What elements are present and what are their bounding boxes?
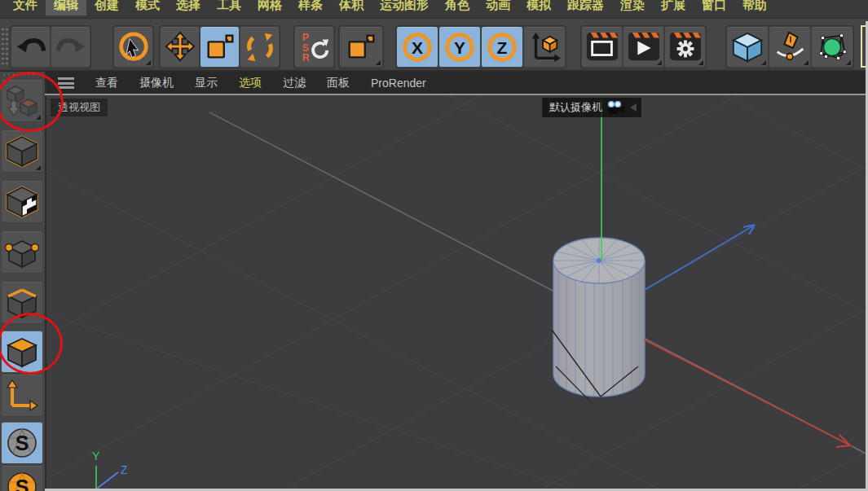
svg-text:X: X: [412, 38, 423, 57]
psr-group: P S R: [293, 25, 335, 69]
solo-off-icon: S: [4, 425, 40, 461]
menu-edit[interactable]: 编辑: [46, 0, 86, 15]
live-selection-button[interactable]: [114, 27, 152, 68]
undo-button[interactable]: [11, 27, 50, 68]
scale-flyout-icon: [344, 30, 378, 64]
redo-button[interactable]: [51, 27, 90, 68]
render-view-button[interactable]: [582, 27, 622, 68]
grid-lines: [46, 95, 866, 489]
make-editable-icon: [4, 83, 40, 119]
menu-bar: 文件编辑创建模式选择工具网格样条体积运动图形角色动画模拟跟踪器渲染扩展窗口帮助: [0, 0, 868, 18]
edges-mode-button[interactable]: [2, 282, 42, 324]
scale-flyout-button[interactable]: [340, 27, 382, 68]
enable-axis-mode-button[interactable]: [2, 375, 42, 417]
lock-z-axis-button[interactable]: Z: [482, 27, 522, 68]
menu-tracker[interactable]: 跟踪器: [559, 0, 612, 15]
object-z-axis[interactable]: [645, 225, 755, 290]
flyout-corner: [376, 60, 381, 65]
cube-icon: [730, 30, 764, 64]
redo-icon: [55, 31, 87, 64]
rotate-icon: [243, 30, 277, 64]
flyout-corner: [761, 60, 766, 65]
z-axis-icon: Z: [485, 30, 519, 64]
viewport-menu-查看[interactable]: 查看: [95, 76, 118, 90]
menu-window[interactable]: 窗口: [694, 0, 734, 15]
lock-y-axis-button[interactable]: Y: [439, 27, 480, 68]
scale-button[interactable]: [200, 27, 239, 68]
menu-render[interactable]: 渲染: [612, 0, 653, 15]
viewport-scene: Y Z: [46, 95, 866, 489]
edit-render-settings-button[interactable]: [665, 27, 705, 68]
flyout-corner: [36, 165, 41, 170]
move-button[interactable]: [161, 27, 199, 68]
toolbar-grip[interactable]: [1, 27, 9, 66]
rotate-button[interactable]: [240, 27, 279, 68]
flyout-corner: [698, 60, 703, 65]
world-x-axis-line: [853, 447, 866, 454]
menu-help[interactable]: 帮助: [734, 0, 775, 15]
undo-redo-group: [10, 25, 91, 69]
cinema4d-window: 文件编辑创建模式选择工具网格样条体积运动图形角色动画模拟跟踪器渲染扩展窗口帮助: [0, 0, 868, 491]
undo-icon: [15, 31, 47, 64]
coordinate-system-button[interactable]: [524, 27, 565, 68]
model-mode-button[interactable]: [2, 130, 42, 173]
menu-spline[interactable]: 样条: [290, 0, 331, 15]
menu-mesh[interactable]: 网格: [249, 0, 290, 15]
menu-volume[interactable]: 体积: [331, 0, 372, 15]
menu-simulate[interactable]: 模拟: [518, 0, 559, 15]
svg-text:R: R: [302, 52, 309, 64]
viewport-menu-选项[interactable]: 选项: [239, 76, 262, 90]
viewport-menu-bar: 查看摄像机显示选项过滤面板ProRender: [46, 72, 868, 94]
subdivision-surface-icon: [815, 30, 849, 64]
menu-file[interactable]: 文件: [5, 0, 46, 15]
create-object-group: [725, 25, 854, 69]
viewport-menu-摄像机[interactable]: 摄像机: [139, 76, 174, 90]
flyout-corner: [657, 60, 662, 65]
menu-mograph[interactable]: 运动图形: [372, 0, 437, 15]
texture-mode-button[interactable]: [2, 181, 42, 223]
last-tool-psr-button[interactable]: P S R: [295, 27, 333, 68]
flyout-corner: [36, 115, 41, 120]
gizmo-y-label: Y: [92, 449, 100, 463]
menu-animate[interactable]: 动画: [478, 0, 518, 15]
menu-character[interactable]: 角色: [437, 0, 478, 15]
render-view-icon: [585, 31, 619, 64]
solo-single-icon: S: [4, 469, 40, 491]
spline-pen-button[interactable]: [769, 27, 810, 68]
menu-mode[interactable]: 模式: [127, 0, 168, 15]
polygons-mode-button[interactable]: [2, 331, 42, 373]
y-axis-icon: Y: [443, 30, 477, 64]
polygons-mode-icon: [4, 334, 40, 370]
viewport-menu-icon[interactable]: [58, 77, 74, 89]
menu-select[interactable]: 选择: [168, 0, 209, 15]
subdivision-surface-button[interactable]: [812, 27, 853, 68]
points-mode-button[interactable]: [2, 231, 42, 274]
texture-mode-icon: [4, 184, 40, 220]
viewport-menu-显示[interactable]: 显示: [195, 76, 218, 90]
object-x-axis[interactable]: [644, 340, 850, 447]
coordinate-system-icon: [527, 30, 562, 64]
primitive-cube-button[interactable]: [727, 27, 768, 68]
scale-icon: [203, 30, 237, 64]
move-icon: [163, 30, 197, 64]
sidebar-grip[interactable]: [2, 72, 42, 78]
viewport-3d[interactable]: Y Z 透视视图 默认摄像机: [46, 95, 866, 489]
edges-mode-icon: [4, 285, 40, 321]
viewport-solo-single-button[interactable]: S: [2, 466, 42, 491]
menu-tools[interactable]: 工具: [209, 0, 249, 15]
viewport-menu-面板[interactable]: 面板: [327, 76, 350, 90]
menu-extensions[interactable]: 扩展: [653, 0, 694, 15]
live-selection-icon: [117, 30, 151, 64]
render-to-picture-viewer-button[interactable]: [623, 27, 663, 68]
viewport-menu-ProRender[interactable]: ProRender: [371, 77, 426, 90]
camera-flyout-icon: [630, 103, 637, 112]
viewport-menu-过滤[interactable]: 过滤: [283, 76, 306, 90]
flyout-corner: [846, 60, 851, 65]
camera-label[interactable]: 默认摄像机: [542, 98, 641, 117]
make-editable-button[interactable]: [2, 80, 42, 122]
menu-create[interactable]: 创建: [86, 0, 127, 15]
svg-text:Z: Z: [497, 38, 508, 57]
viewport-solo-off-button[interactable]: S: [2, 422, 42, 464]
lock-x-axis-button[interactable]: X: [397, 27, 438, 68]
view-name-label[interactable]: 透视视图: [51, 99, 108, 116]
